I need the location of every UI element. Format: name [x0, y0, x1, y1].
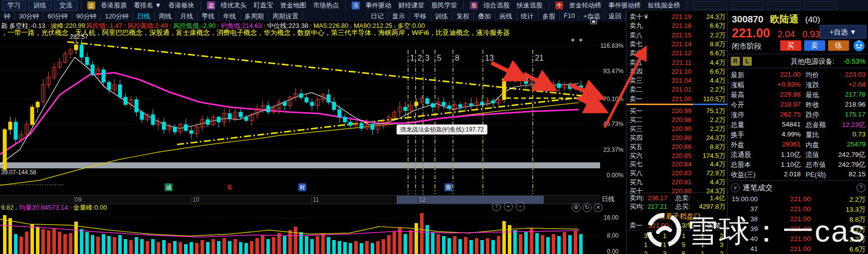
detail-label: PE(动): [806, 170, 826, 179]
close-icon[interactable]: ✕: [594, 203, 603, 212]
toolbar-action-复权[interactable]: 复权: [452, 12, 474, 21]
toolbar-menu-item[interactable]: 财经课堂: [395, 1, 428, 10]
assistant-robot-icon[interactable]: [853, 40, 865, 53]
period-tab-90分钟[interactable]: 90分钟: [72, 12, 101, 21]
buy-level-row[interactable]: 买六220.85174.5万: [627, 151, 728, 160]
period-tab-周期设置[interactable]: 周期设置: [268, 12, 303, 21]
period-tab-多周期[interactable]: 多周期: [240, 12, 268, 21]
sell-button[interactable]: 卖: [804, 40, 825, 51]
toolbar-menu-item[interactable]: 快速选股: [513, 1, 546, 10]
toolbar-action-+自选[interactable]: +自选: [579, 12, 605, 21]
period-tab-120分钟[interactable]: 120分钟: [101, 12, 133, 21]
sell-level-row[interactable]: 卖四221.106.6万: [627, 67, 728, 76]
settings-gear-icon[interactable]: ⚙: [572, 203, 581, 212]
event-badge-股[interactable]: 股: [444, 183, 452, 191]
sell-level-row[interactable]: 卖七221.148.8万: [627, 40, 728, 48]
buy-level-row[interactable]: 买二220.982.2万: [627, 116, 728, 124]
toolbar-menu-item[interactable]: 资金轮动榜: [565, 1, 605, 10]
toolbar-menu-item[interactable]: 事件驱动榜: [605, 1, 644, 10]
svg-text:21: 21: [535, 54, 544, 62]
sell-level-row[interactable]: 卖八221.152.2万: [627, 31, 728, 39]
help-icon[interactable]: ?: [492, 202, 501, 211]
level-label: 买七: [630, 160, 643, 168]
period-tab-季线[interactable]: 季线: [198, 12, 219, 21]
buy-level-row[interactable]: 买一220.9975.1万: [627, 107, 728, 115]
toolbar-action-叠加[interactable]: 叠加: [474, 12, 495, 21]
toolbar-empty-slot[interactable]: [693, 1, 727, 10]
toolbar-empty-slot[interactable]: [767, 1, 801, 10]
toolbar-group-icon: 市: [352, 1, 360, 9]
help-icon[interactable]: ?: [857, 183, 866, 192]
event-badge-减[interactable]: 减: [165, 183, 173, 191]
detail-value: 242.79亿: [838, 150, 866, 159]
toolbar-action-多股[interactable]: 多股: [538, 12, 560, 21]
period-tab-60分钟[interactable]: 60分钟: [43, 12, 72, 21]
sell-level-row[interactable]: 卖九221.166.6万: [627, 21, 728, 30]
toolbar-menu-item[interactable]: 绩优龙头: [217, 1, 250, 10]
bid-ask-divider: [627, 104, 728, 105]
buy-level-row[interactable]: 买三220.902.2万: [627, 125, 728, 133]
level-volume: 110.5万: [703, 95, 725, 103]
sell-level-row[interactable]: 卖十 ¥221.1924.3万: [627, 12, 728, 21]
zoom-in-icon[interactable]: +: [504, 202, 513, 211]
period-tab-周线[interactable]: 周线: [155, 12, 176, 21]
toolbar-menu-item[interactable]: 短线掘金榜: [644, 1, 683, 10]
practice-button[interactable]: 练: [828, 40, 849, 51]
buy-button[interactable]: 买: [780, 40, 801, 51]
event-badge-财[interactable]: 财: [298, 183, 306, 191]
toolbar-action-显示[interactable]: 显示: [388, 12, 410, 21]
tick-section-header[interactable]: ∨ 逐笔成交 ?: [731, 183, 866, 193]
toolbar-action-统计[interactable]: 统计: [517, 12, 538, 21]
sell-level-row[interactable]: 卖三221.044.4万: [627, 76, 728, 85]
refresh-icon[interactable]: ↻: [583, 203, 592, 212]
toolbar-tab[interactable]: 训练: [28, 0, 52, 11]
toolbar-menu-item[interactable]: 资金地图: [276, 1, 309, 10]
period-tab-月线[interactable]: 月线: [176, 12, 198, 21]
toolbar-action-画线[interactable]: 画线: [495, 12, 517, 21]
toolbar-menu-item[interactable]: 盯盘宝: [250, 1, 276, 10]
toolbar-menu-item[interactable]: 香港股票: [97, 1, 130, 10]
toolbar-menu-item[interactable]: 看排名 ▼: [130, 1, 165, 10]
toolbar-action-平移[interactable]: 平移: [410, 12, 431, 21]
toolbar-menu-item[interactable]: 股民学堂: [428, 1, 460, 10]
period-tab-年线[interactable]: 年线: [219, 12, 240, 21]
event-badge-S[interactable]: S: [225, 183, 233, 191]
zoom-out-icon[interactable]: −: [516, 202, 525, 211]
month-label: 12: [419, 196, 426, 203]
toolbar-menu-item[interactable]: 香港板块: [165, 1, 198, 10]
add-watchlist-button[interactable]: +自选 ▼: [820, 25, 867, 39]
svg-text:5: 5: [437, 54, 441, 62]
sell-level-row[interactable]: 卖一221.00110.5万: [627, 95, 728, 103]
toolbar-action-日记[interactable]: 日记: [367, 12, 388, 21]
ma-magenta: [0, 73, 579, 154]
period-tab-30分钟[interactable]: 30分钟: [15, 12, 43, 21]
toolbar-separator: [463, 1, 464, 9]
sell-level-row[interactable]: 卖二221.012.2万: [627, 85, 728, 94]
level-price: 221.19: [656, 12, 691, 21]
period-tab-日线[interactable]: 日线: [133, 12, 155, 21]
toolbar-action-返回[interactable]: 返回: [605, 12, 626, 21]
level-label: 买二: [630, 116, 643, 124]
toolbar-menu-item[interactable]: 综合选股: [480, 1, 513, 10]
buy-level-row[interactable]: 买五220.868.8万: [627, 142, 728, 151]
industry-label[interactable]: 其他电源设备:: [791, 57, 835, 66]
buy-level-row[interactable]: 买九220.814.4万: [627, 178, 728, 186]
toolbar-empty-slot[interactable]: [804, 1, 838, 10]
chevron-down-icon[interactable]: ∨: [731, 183, 740, 192]
toolbar-menu-item[interactable]: 市场热点: [309, 1, 342, 10]
sell-level-row[interactable]: 卖六221.126.6万: [627, 49, 728, 57]
industry-row: R L 其他电源设备: -0.53%: [731, 57, 866, 67]
buy-level-row[interactable]: 买八220.8372.9万: [627, 169, 728, 177]
toolbar-action-训练[interactable]: 训练: [431, 12, 452, 21]
industry-change: -0.53%: [844, 57, 866, 65]
toolbar-action-F10[interactable]: F10: [560, 12, 579, 21]
toolbar-tab[interactable]: 学习: [2, 0, 26, 11]
toolbar-empty-slot[interactable]: [730, 1, 764, 10]
level-label: 卖二: [630, 85, 643, 94]
toolbar-tab[interactable]: 交流: [54, 0, 78, 11]
period-tab-钟[interactable]: 钟: [0, 12, 15, 21]
toolbar-menu-item[interactable]: 事件驱动: [362, 1, 395, 10]
sell-level-row[interactable]: 卖五221.114.4万: [627, 58, 728, 67]
buy-level-row[interactable]: 买四220.8824.3万: [627, 133, 728, 142]
buy-level-row[interactable]: 买七220.844.4万: [627, 160, 728, 168]
